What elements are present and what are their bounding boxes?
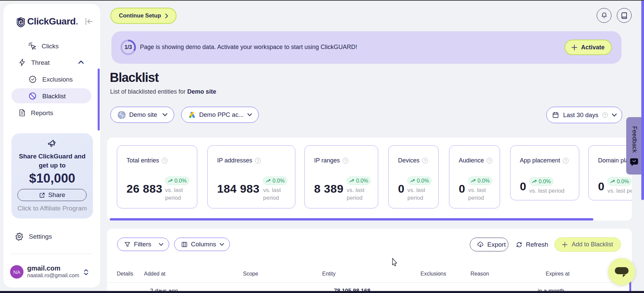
svg-text:G: G [19, 19, 23, 26]
